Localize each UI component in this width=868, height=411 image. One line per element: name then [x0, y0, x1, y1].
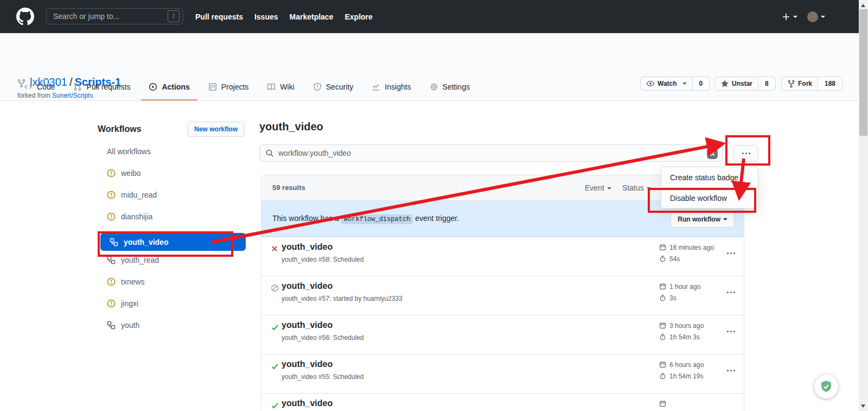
shield-icon [313, 83, 322, 91]
fork-icon [787, 80, 795, 88]
tab-settings[interactable]: Settings [422, 74, 478, 100]
repo-header: lxk0301/Scripts-1 forked from Sunert/Scr… [0, 33, 859, 101]
sidebar-item-weibo[interactable]: weibo [98, 162, 247, 184]
plus-icon [782, 12, 790, 21]
tab-actions[interactable]: Actions [141, 74, 197, 100]
nav-explore[interactable]: Explore [344, 12, 372, 21]
scroll-up-arrow-icon[interactable] [861, 2, 865, 7]
graph-icon [372, 83, 380, 91]
run-title-link[interactable]: youth_video [282, 242, 333, 252]
global-nav: Pull requests Issues Marketplace Explore [195, 0, 373, 33]
run-title-link[interactable]: youth_video [282, 320, 333, 330]
play-circle-icon [149, 83, 157, 91]
cancelled-icon [271, 284, 279, 294]
warning-icon [107, 299, 116, 308]
warning-icon [107, 169, 116, 178]
adguard-extension-badge[interactable] [814, 375, 838, 399]
workflow-dispatch-code: workflow_dispatch [341, 214, 413, 224]
run-row-56: youth_video youth_video #56: Scheduled 3… [261, 315, 744, 354]
global-header: Search or jump to... / Pull requests Iss… [0, 0, 859, 33]
slash-key-hint: / [168, 10, 180, 22]
header-right-cluster [782, 0, 825, 33]
clear-search-button[interactable] [707, 148, 718, 159]
warning-icon [107, 212, 116, 221]
caret-down-icon [793, 16, 797, 20]
page-scrollbar[interactable] [859, 0, 868, 411]
github-logo-icon[interactable] [16, 8, 34, 26]
calendar-icon [659, 322, 666, 329]
fork-button-group: Fork 188 [781, 77, 843, 91]
repo-tabs: Code Pull requests Actions Projects Wiki… [16, 74, 481, 100]
run-kebab-button[interactable] [730, 292, 732, 293]
scroll-down-arrow-icon[interactable] [861, 404, 865, 410]
run-kebab-button[interactable] [730, 252, 732, 254]
run-row-55: youth_video youth_video #55: Scheduled 6… [261, 354, 744, 393]
sidebar-item-txnews[interactable]: txnews [98, 271, 247, 293]
nav-pull-requests[interactable]: Pull requests [195, 12, 243, 21]
plus-menu-button[interactable] [782, 12, 797, 21]
unstar-label: Unstar [732, 80, 752, 87]
tab-projects[interactable]: Projects [201, 74, 257, 100]
workflows-heading: Workflows [98, 124, 142, 134]
success-check-icon [271, 362, 279, 373]
calendar-icon [659, 283, 666, 290]
calendar-icon [659, 244, 666, 251]
star-count[interactable]: 8 [758, 77, 776, 91]
notice-text: This workflow has a workflow_dispatch ev… [272, 214, 459, 223]
run-title-link[interactable]: youth_video [282, 399, 333, 408]
run-meta: 16 minutes ago 54s [659, 242, 714, 264]
tab-pull-requests[interactable]: Pull requests [66, 74, 138, 100]
stopwatch-icon [659, 255, 666, 262]
annotation-rect-kebab-button [725, 135, 770, 166]
tab-code[interactable]: Code [16, 74, 62, 100]
tab-insights[interactable]: Insights [364, 74, 418, 100]
gear-icon [430, 83, 438, 91]
star-button-group: Unstar 8 [714, 77, 776, 91]
fork-button[interactable]: Fork [781, 77, 818, 91]
tab-security[interactable]: Security [305, 74, 361, 100]
event-filter-dropdown[interactable]: Event [585, 184, 611, 192]
run-workflow-button[interactable]: Run workflow [671, 211, 735, 227]
nav-issues[interactable]: Issues [254, 12, 278, 21]
kebab-icon [730, 331, 732, 332]
caret-down-icon [682, 83, 687, 87]
x-icon [710, 151, 715, 156]
status-filter-dropdown[interactable]: Status [622, 184, 651, 192]
sidebar-item-midu-read[interactable]: midu_read [98, 184, 247, 206]
warning-icon [107, 191, 116, 199]
run-kebab-button[interactable] [730, 370, 732, 371]
new-workflow-button[interactable]: New workflow [187, 122, 245, 137]
watch-button[interactable]: Watch [640, 77, 693, 91]
unstar-button[interactable]: Unstar [714, 77, 758, 91]
sidebar-item-jingxi[interactable]: jingxi [98, 293, 247, 314]
run-kebab-button[interactable] [730, 331, 732, 332]
book-icon [267, 83, 276, 91]
run-row-partial: youth_video [261, 393, 744, 411]
success-check-icon [271, 401, 279, 411]
run-title-link[interactable]: youth_video [282, 359, 333, 369]
kebab-icon [730, 370, 732, 371]
sidebar-item-youth[interactable]: youth [98, 314, 247, 336]
run-subtitle: youth_video #56: Scheduled [282, 334, 363, 342]
stopwatch-icon [659, 333, 666, 340]
run-subtitle: youth_video #58: Scheduled [282, 256, 363, 263]
scrollbar-thumb[interactable] [859, 9, 867, 136]
global-search-input[interactable]: Search or jump to... / [46, 8, 183, 24]
tab-wiki[interactable]: Wiki [259, 74, 302, 100]
fork-label: Fork [798, 80, 812, 87]
workflow-runs-search-input[interactable]: workflow:youth_video [259, 144, 723, 162]
eye-icon [646, 79, 655, 88]
workflow-icon [107, 321, 116, 330]
nav-marketplace[interactable]: Marketplace [290, 12, 334, 21]
stopwatch-icon [659, 294, 666, 301]
fork-count[interactable]: 188 [818, 77, 843, 91]
avatar-menu-button[interactable] [807, 11, 825, 22]
run-meta: 6 hours ago 1h 54m 19s [659, 359, 704, 382]
sidebar-item-all-workflows[interactable]: All workflows [98, 141, 247, 162]
annotation-rect-disable-workflow [648, 188, 756, 213]
watch-count[interactable]: 0 [693, 77, 710, 91]
code-icon [24, 83, 33, 91]
warning-icon [107, 277, 116, 286]
sidebar-item-dianshijia[interactable]: dianshijia [98, 206, 247, 227]
run-title-link[interactable]: youth_video [282, 281, 333, 291]
